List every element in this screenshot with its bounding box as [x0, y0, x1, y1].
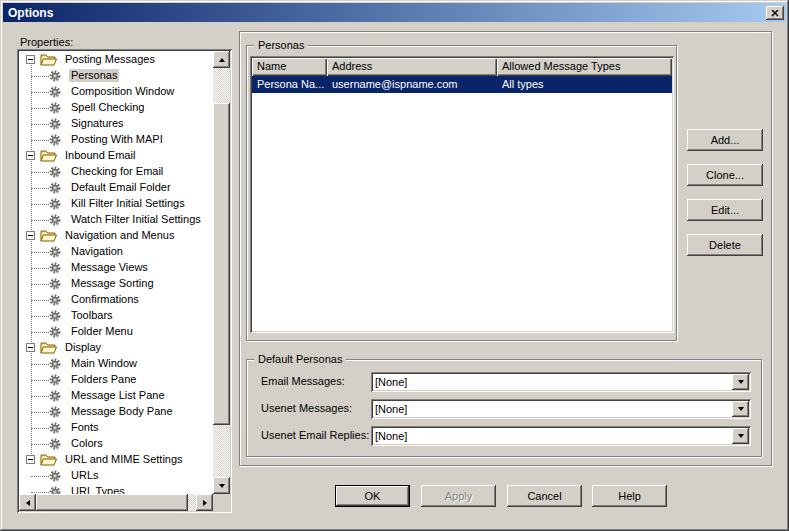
- combobox-dropdown-button[interactable]: [732, 428, 749, 444]
- combobox-dropdown-button[interactable]: [732, 401, 749, 417]
- tree-connector-stub: [31, 332, 49, 333]
- tree-connector-stub: [31, 284, 49, 285]
- horizontal-scrollbar-thumb[interactable]: [36, 494, 188, 511]
- combobox-value: [None]: [375, 401, 407, 417]
- tree-item[interactable]: Kill Filter Initial Settings: [19, 196, 213, 212]
- horizontal-scrollbar[interactable]: [19, 494, 213, 511]
- gear-icon: [49, 390, 61, 404]
- open-folder-icon: [40, 53, 57, 68]
- tree-item[interactable]: Colors: [19, 436, 213, 452]
- field-label: Usenet Email Replies:: [261, 429, 369, 441]
- tree-item-label: Message List Pane: [69, 389, 167, 402]
- column-header[interactable]: Allowed Message Types: [497, 58, 672, 76]
- tree-item[interactable]: Message List Pane: [19, 388, 213, 404]
- open-folder-icon: [40, 149, 57, 164]
- tree-item[interactable]: Main Window: [19, 356, 213, 372]
- tree-item[interactable]: Inbound Email: [19, 148, 213, 164]
- tree-item[interactable]: Composition Window: [19, 84, 213, 100]
- edit-button[interactable]: Edit...: [687, 199, 763, 221]
- gear-icon: [49, 198, 61, 212]
- usenet-email-replies-combobox[interactable]: [None]: [371, 426, 751, 446]
- tree-item[interactable]: Navigation and Menus: [19, 228, 213, 244]
- gear-icon: [49, 182, 61, 196]
- tree-item[interactable]: Message Body Pane: [19, 404, 213, 420]
- tree-expander[interactable]: [26, 151, 35, 160]
- cancel-button[interactable]: Cancel: [507, 485, 582, 507]
- tree-expander[interactable]: [26, 55, 35, 64]
- tree-item[interactable]: Message Views: [19, 260, 213, 276]
- close-button[interactable]: [766, 6, 784, 20]
- help-button[interactable]: Help: [592, 485, 667, 507]
- dropdown-arrow-icon: [738, 407, 744, 411]
- field-label: Email Messages:: [261, 375, 345, 387]
- tree-item[interactable]: Watch Filter Initial Settings: [19, 212, 213, 228]
- tree-item[interactable]: Toolbars: [19, 308, 213, 324]
- tree-item-label: Personas: [69, 69, 119, 82]
- collapse-minus-icon: [28, 459, 33, 460]
- window-title: Options: [3, 6, 53, 20]
- tree-item-label: Navigation and Menus: [63, 229, 176, 242]
- tree-item[interactable]: Signatures: [19, 116, 213, 132]
- tree-item[interactable]: URL Types: [19, 484, 213, 494]
- column-header[interactable]: Name: [252, 58, 327, 76]
- tree-item-label: Kill Filter Initial Settings: [69, 197, 187, 210]
- add-button[interactable]: Add...: [687, 129, 763, 151]
- tree-item[interactable]: Message Sorting: [19, 276, 213, 292]
- tree-connector-stub: [31, 268, 49, 269]
- personas-group-label: Personas: [254, 39, 308, 51]
- tree-expander[interactable]: [26, 343, 35, 352]
- tree-connector-stub: [31, 252, 49, 253]
- tree-item[interactable]: Posting With MAPI: [19, 132, 213, 148]
- tree-item[interactable]: Confirmations: [19, 292, 213, 308]
- tree-connector-stub: [31, 412, 49, 413]
- gear-icon: [49, 422, 61, 436]
- tree-item[interactable]: Checking for Email: [19, 164, 213, 180]
- tree-item[interactable]: Fonts: [19, 420, 213, 436]
- scroll-left-button[interactable]: [19, 494, 36, 511]
- clone-button[interactable]: Clone...: [687, 164, 763, 186]
- vertical-scrollbar[interactable]: [213, 51, 230, 494]
- tree-item[interactable]: Navigation: [19, 244, 213, 260]
- tree-item-label: Posting With MAPI: [69, 133, 165, 146]
- combobox-dropdown-button[interactable]: [732, 374, 749, 390]
- scroll-down-button[interactable]: [213, 477, 230, 494]
- tree-item[interactable]: Posting Messages: [19, 52, 213, 68]
- scroll-right-button[interactable]: [196, 494, 213, 511]
- tree-item[interactable]: Folder Menu: [19, 324, 213, 340]
- tree-item[interactable]: Personas: [19, 68, 213, 84]
- vertical-scrollbar-thumb[interactable]: [213, 103, 230, 425]
- table-cell: username@ispname.com: [327, 76, 497, 93]
- delete-button[interactable]: Delete: [687, 234, 763, 256]
- tree-connector-stub: [31, 364, 49, 365]
- tree-viewport: Posting MessagesPersonasComposition Wind…: [19, 51, 213, 494]
- gear-icon: [49, 358, 61, 372]
- tree-item-label: Default Email Folder: [69, 181, 173, 194]
- tree-connector-stub: [31, 380, 49, 381]
- email-messages-combobox[interactable]: [None]: [371, 372, 751, 392]
- ok-button[interactable]: OK: [335, 485, 410, 507]
- scroll-down-icon: [219, 484, 225, 488]
- tree-connector-stub: [31, 396, 49, 397]
- column-header[interactable]: Address: [327, 58, 497, 76]
- tree-expander[interactable]: [26, 455, 35, 464]
- properties-tree: Posting MessagesPersonasComposition Wind…: [17, 49, 232, 513]
- scroll-up-button[interactable]: [213, 51, 230, 68]
- tree-connector-stub: [31, 92, 49, 93]
- tree-item-label: Toolbars: [69, 309, 115, 322]
- scroll-left-icon: [26, 500, 30, 506]
- tree-item-label: Folder Menu: [69, 325, 135, 338]
- collapse-minus-icon: [28, 155, 33, 156]
- tree-expander[interactable]: [26, 231, 35, 240]
- table-row[interactable]: Persona Na...username@ispname.comAll typ…: [252, 76, 672, 93]
- titlebar[interactable]: Options: [3, 3, 786, 22]
- gear-icon: [49, 438, 61, 452]
- gear-icon: [49, 294, 61, 308]
- tree-item[interactable]: URL and MIME Settings: [19, 452, 213, 468]
- tree-item[interactable]: Display: [19, 340, 213, 356]
- usenet-messages-combobox[interactable]: [None]: [371, 399, 751, 419]
- tree-item[interactable]: URLs: [19, 468, 213, 484]
- tree-item[interactable]: Spell Checking: [19, 100, 213, 116]
- tree-item-label: Message Body Pane: [69, 405, 175, 418]
- tree-item[interactable]: Default Email Folder: [19, 180, 213, 196]
- tree-item[interactable]: Folders Pane: [19, 372, 213, 388]
